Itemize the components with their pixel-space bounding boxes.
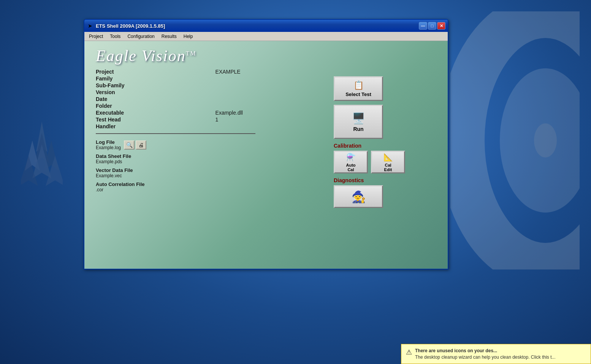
menu-help[interactable]: Help xyxy=(181,33,196,40)
family-label: Family xyxy=(96,76,208,82)
right-panel: 📋 Select Test 🖥️ Run Calibration ⚗️ Auto… xyxy=(334,69,440,265)
window-controls: — □ ✕ xyxy=(419,22,445,30)
diagnostics-button[interactable]: 🧙 xyxy=(334,185,383,208)
vector-data-entry: Vector Data File Example.vec xyxy=(96,167,326,178)
vector-data-name: Example.vec xyxy=(96,173,326,178)
calibration-section: Calibration ⚗️ AutoCal 📐 CalEdit xyxy=(334,143,440,173)
svg-point-9 xyxy=(534,123,557,158)
menu-configuration[interactable]: Configuration xyxy=(124,33,157,40)
log-file-row: Log File Example.log 🔍 🖨 xyxy=(96,139,326,150)
menubar: Project Tools Configuration Results Help xyxy=(84,32,448,41)
menu-project[interactable]: Project xyxy=(86,33,106,40)
auto-cal-label: AutoCal xyxy=(346,163,355,172)
window-content: Eagle VisionTM Project EXAMPLE Family Su… xyxy=(84,41,448,269)
log-file-label: Log File xyxy=(96,139,121,145)
executable-value: Example.dll xyxy=(215,110,326,116)
auto-correlation-name: .cor xyxy=(96,187,326,192)
minimize-button[interactable]: — xyxy=(419,22,427,30)
run-button[interactable]: 🖥️ Run xyxy=(334,105,383,139)
log-file-name: Example.log xyxy=(96,145,121,150)
window-title: ETS Shell 2009A [2009.1.5.85] xyxy=(96,23,417,29)
auto-cal-button[interactable]: ⚗️ AutoCal xyxy=(334,151,368,173)
main-layout: Project EXAMPLE Family Sub-Family Versio… xyxy=(84,69,448,269)
maximize-button[interactable]: □ xyxy=(428,22,436,30)
subfamily-label: Sub-Family xyxy=(96,82,208,88)
main-window: ➤ ETS Shell 2009A [2009.1.5.85] — □ ✕ Pr… xyxy=(84,19,448,269)
diagnostics-title: Diagnostics xyxy=(334,177,440,183)
folder-label: Folder xyxy=(96,103,208,109)
calibration-buttons: ⚗️ AutoCal 📐 CalEdit xyxy=(334,151,440,173)
notification-body: The desktop cleanup wizard can help you … xyxy=(415,355,586,360)
log-file-entry: Log File Example.log 🔍 🖨 xyxy=(96,139,326,150)
data-sheet-name: Example.pds xyxy=(96,159,326,164)
version-label: Version xyxy=(96,89,208,95)
executable-label: Executable xyxy=(96,110,208,116)
testhead-value: 1 xyxy=(215,117,326,123)
run-icon: 🖥️ xyxy=(352,112,365,124)
notification-popup[interactable]: ⚠ There are unused icons on your des... … xyxy=(401,344,591,364)
vector-data-label: Vector Data File xyxy=(96,167,326,173)
left-panel: Project EXAMPLE Family Sub-Family Versio… xyxy=(96,69,326,265)
app-logo-text: Eagle Vision xyxy=(96,47,186,65)
select-test-button[interactable]: 📋 Select Test xyxy=(334,76,383,101)
select-test-label: Select Test xyxy=(345,91,371,97)
log-file-labels: Log File Example.log xyxy=(96,139,121,150)
auto-correlation-entry: Auto Correlation File .cor xyxy=(96,181,326,192)
titlebar-icon: ➤ xyxy=(87,22,93,29)
date-label: Date xyxy=(96,96,208,102)
cal-edit-button[interactable]: 📐 CalEdit xyxy=(371,151,405,173)
log-file-icons: 🔍 🖨 xyxy=(124,140,146,150)
files-section: Log File Example.log 🔍 🖨 Data Sheet File xyxy=(96,139,326,195)
log-print-button[interactable]: 🖨 xyxy=(136,140,146,150)
diagnostics-section: Diagnostics 🧙 xyxy=(334,177,440,208)
data-sheet-label: Data Sheet File xyxy=(96,153,326,159)
select-test-icon: 📋 xyxy=(353,80,364,90)
app-logo-header: Eagle VisionTM xyxy=(84,41,448,69)
notification-text: There are unused icons on your des... Th… xyxy=(415,348,586,360)
project-label: Project xyxy=(96,69,208,75)
trademark-symbol: TM xyxy=(186,50,196,57)
desktop-decoration-disc xyxy=(450,11,580,269)
testhead-label: Test Head xyxy=(96,117,208,123)
project-info-table: Project EXAMPLE Family Sub-Family Versio… xyxy=(96,69,326,129)
calibration-title: Calibration xyxy=(334,143,440,149)
run-label: Run xyxy=(353,126,363,132)
cal-edit-label: CalEdit xyxy=(384,163,392,172)
desktop-decoration-left xyxy=(21,121,63,205)
close-button[interactable]: ✕ xyxy=(437,22,445,30)
handler-label: Handler xyxy=(96,123,208,129)
data-sheet-entry: Data Sheet File Example.pds xyxy=(96,153,326,164)
menu-tools[interactable]: Tools xyxy=(107,33,124,40)
cal-edit-icon: 📐 xyxy=(383,153,393,162)
auto-correlation-label: Auto Correlation File xyxy=(96,181,326,187)
log-view-button[interactable]: 🔍 xyxy=(124,140,135,150)
auto-cal-icon: ⚗️ xyxy=(346,153,356,162)
titlebar: ➤ ETS Shell 2009A [2009.1.5.85] — □ ✕ xyxy=(84,20,448,32)
section-divider xyxy=(96,133,255,134)
menu-results[interactable]: Results xyxy=(158,33,180,40)
notification-title: There are unused icons on your des... xyxy=(415,348,586,353)
notification-icon: ⚠ xyxy=(406,348,412,360)
project-value: EXAMPLE xyxy=(215,69,326,75)
diagnostics-icon: 🧙 xyxy=(352,190,366,203)
